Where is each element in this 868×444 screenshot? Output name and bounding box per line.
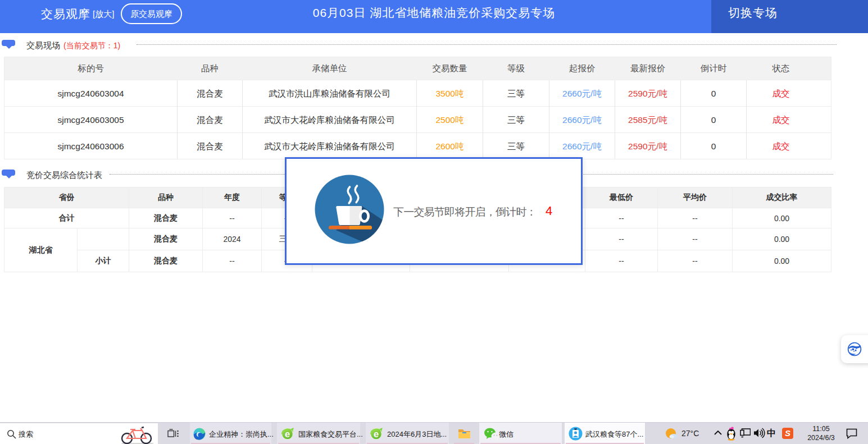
- svg-text:e: e: [374, 429, 379, 439]
- svg-text:e: e: [285, 429, 290, 439]
